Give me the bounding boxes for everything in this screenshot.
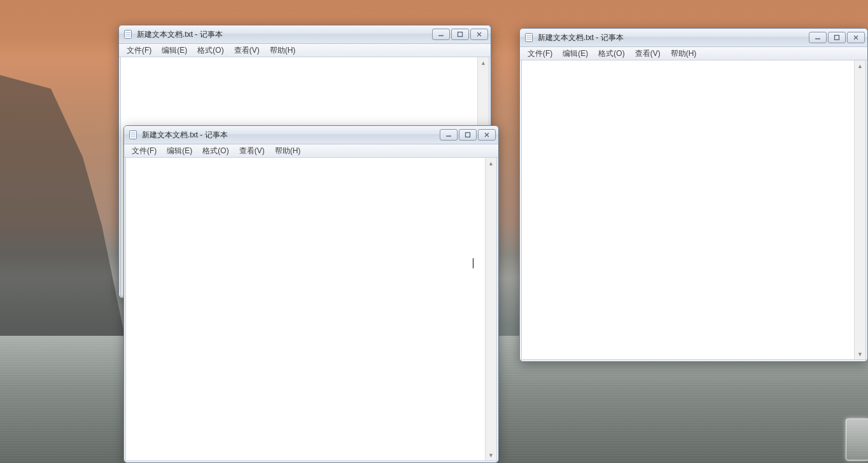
scroll-down-icon[interactable]: ▼ xyxy=(855,349,865,359)
menu-edit[interactable]: 编辑(E) xyxy=(157,45,192,57)
scroll-down-icon[interactable]: ▼ xyxy=(486,450,496,460)
window-controls xyxy=(438,129,496,141)
notepad-window-front[interactable]: 新建文本文档.txt - 记事本 文件(F) 编辑(E) 格式(O) xyxy=(123,125,499,463)
vertical-scrollbar[interactable]: ▲ ▼ xyxy=(854,60,865,359)
notepad-window-right[interactable]: 新建文本文档.txt - 记事本 文件(F) 编辑(E) 格式(O) xyxy=(519,28,868,362)
window-controls xyxy=(431,29,488,40)
menu-view[interactable]: 查看(V) xyxy=(234,145,270,157)
notepad-icon xyxy=(128,130,138,140)
desktop: 新建文本文档.txt - 记事本 文件(F) 编辑(E) 格式(O) xyxy=(0,0,868,463)
window-controls xyxy=(808,32,865,43)
scroll-up-icon[interactable]: ▲ xyxy=(855,61,865,71)
menu-file[interactable]: 文件(F) xyxy=(522,48,557,60)
maximize-button[interactable] xyxy=(459,129,477,141)
maximize-button[interactable] xyxy=(828,32,846,43)
close-button[interactable] xyxy=(478,129,496,141)
menubar: 文件(F) 编辑(E) 格式(O) 查看(V) 帮助(H) xyxy=(119,44,491,57)
notepad-icon xyxy=(123,29,133,39)
vertical-scrollbar[interactable]: ▲ ▼ xyxy=(485,158,496,460)
menu-help[interactable]: 帮助(H) xyxy=(666,48,702,60)
notepad-icon xyxy=(524,32,534,43)
menu-help[interactable]: 帮助(H) xyxy=(265,45,301,57)
text-caret-icon xyxy=(473,258,473,268)
aero-snap-preview xyxy=(846,418,868,460)
menu-format[interactable]: 格式(O) xyxy=(192,45,228,57)
svg-rect-5 xyxy=(458,32,463,37)
client-area: ▲ ▼ xyxy=(521,60,866,360)
svg-rect-21 xyxy=(466,133,470,137)
titlebar[interactable]: 新建文本文档.txt - 记事本 xyxy=(119,25,491,44)
menu-edit[interactable]: 编辑(E) xyxy=(162,145,197,157)
window-title: 新建文本文档.txt - 记事本 xyxy=(538,32,808,43)
minimize-button[interactable] xyxy=(440,129,458,141)
menubar: 文件(F) 编辑(E) 格式(O) 查看(V) 帮助(H) xyxy=(124,144,498,158)
wallpaper-mountain-left xyxy=(0,75,127,349)
menu-format[interactable]: 格式(O) xyxy=(593,48,629,60)
menu-edit[interactable]: 编辑(E) xyxy=(557,48,593,60)
text-area[interactable] xyxy=(522,60,854,359)
menu-file[interactable]: 文件(F) xyxy=(127,145,162,157)
menu-view[interactable]: 查看(V) xyxy=(229,45,265,57)
close-button[interactable] xyxy=(470,29,488,40)
text-area[interactable] xyxy=(126,158,485,460)
titlebar[interactable]: 新建文本文档.txt - 记事本 xyxy=(520,29,867,47)
window-title: 新建文本文档.txt - 记事本 xyxy=(142,130,438,141)
menu-format[interactable]: 格式(O) xyxy=(197,145,234,157)
client-area: ▲ ▼ xyxy=(125,158,497,461)
menu-help[interactable]: 帮助(H) xyxy=(270,145,306,157)
svg-rect-13 xyxy=(835,36,839,40)
menu-view[interactable]: 查看(V) xyxy=(630,48,666,60)
minimize-button[interactable] xyxy=(809,32,827,43)
close-button[interactable] xyxy=(847,32,865,43)
menubar: 文件(F) 编辑(E) 格式(O) 查看(V) 帮助(H) xyxy=(520,47,867,60)
scroll-up-icon[interactable]: ▲ xyxy=(486,158,496,168)
minimize-button[interactable] xyxy=(432,29,450,40)
titlebar[interactable]: 新建文本文档.txt - 记事本 xyxy=(124,126,498,144)
window-title: 新建文本文档.txt - 记事本 xyxy=(137,29,431,40)
scroll-up-icon[interactable]: ▲ xyxy=(479,58,488,67)
menu-file[interactable]: 文件(F) xyxy=(122,45,157,57)
maximize-button[interactable] xyxy=(451,29,469,40)
